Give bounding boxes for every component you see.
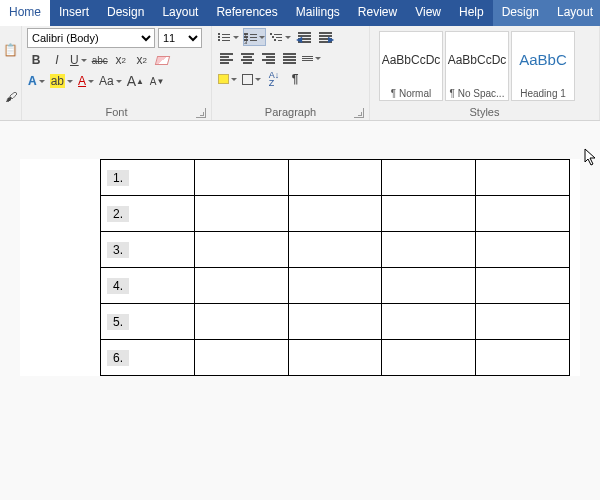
- tab-mailings[interactable]: Mailings: [287, 0, 349, 26]
- align-right-button[interactable]: [259, 49, 277, 67]
- clear-formatting-button[interactable]: [154, 51, 172, 69]
- tab-view[interactable]: View: [406, 0, 450, 26]
- font-group: Calibri (Body) 11 B I U abc x2 x2 A ab A…: [22, 26, 212, 120]
- align-right-icon: [262, 53, 275, 64]
- table-row: 2.: [101, 196, 570, 232]
- paragraph-group: 123 ◀ ▶ A↓Z ¶ Paragraph: [212, 26, 370, 120]
- shrink-font-button[interactable]: A▼: [148, 72, 166, 90]
- font-name-select[interactable]: Calibri (Body): [27, 28, 155, 48]
- clipboard-col: 📋 🖌: [0, 26, 22, 120]
- table-row: 6.: [101, 340, 570, 376]
- tab-help[interactable]: Help: [450, 0, 493, 26]
- borders-button[interactable]: [241, 70, 262, 88]
- tab-insert[interactable]: Insert: [50, 0, 98, 26]
- numbering-icon: 123: [244, 33, 257, 41]
- bold-button[interactable]: B: [27, 51, 45, 69]
- text-effects-button[interactable]: A: [27, 72, 46, 90]
- style-no-spacing[interactable]: AaBbCcDc¶ No Spac...: [445, 31, 509, 101]
- document-area[interactable]: 1. 2. 3. 4. 5. 6.: [0, 121, 600, 500]
- subscript-button[interactable]: x2: [112, 51, 130, 69]
- ribbon-tabs: Home Insert Design Layout References Mai…: [0, 0, 600, 26]
- tab-table-layout[interactable]: Layout: [548, 0, 600, 26]
- italic-button[interactable]: I: [48, 51, 66, 69]
- document-table[interactable]: 1. 2. 3. 4. 5. 6.: [100, 159, 570, 376]
- tab-table-design[interactable]: Design: [493, 0, 548, 26]
- align-center-icon: [241, 53, 254, 64]
- eraser-icon: [155, 56, 170, 65]
- table-row: 5.: [101, 304, 570, 340]
- align-center-button[interactable]: [238, 49, 256, 67]
- align-left-button[interactable]: [217, 49, 235, 67]
- superscript-button[interactable]: x2: [133, 51, 151, 69]
- format-painter-button[interactable]: 🖌: [2, 88, 20, 106]
- table-row: 1.: [101, 160, 570, 196]
- style-heading-1[interactable]: AaBbCHeading 1: [511, 31, 575, 101]
- table-row: 3.: [101, 232, 570, 268]
- shading-button[interactable]: [217, 70, 238, 88]
- paste-button[interactable]: 📋: [2, 41, 20, 59]
- line-spacing-icon: [302, 56, 313, 61]
- ribbon: 📋 🖌 Calibri (Body) 11 B I U abc x2 x2 A …: [0, 26, 600, 121]
- font-color-button[interactable]: A: [77, 72, 95, 90]
- decrease-indent-button[interactable]: ◀: [295, 28, 313, 46]
- show-marks-button[interactable]: ¶: [286, 70, 304, 88]
- multilevel-list-button[interactable]: [269, 28, 292, 46]
- font-group-label: Font: [27, 104, 206, 120]
- styles-group: AaBbCcDc¶ Normal AaBbCcDc¶ No Spac... Aa…: [370, 26, 600, 120]
- table-row: 4.: [101, 268, 570, 304]
- highlight-button[interactable]: ab: [49, 72, 74, 90]
- increase-indent-button[interactable]: ▶: [316, 28, 334, 46]
- sort-button[interactable]: A↓Z: [265, 70, 283, 88]
- paragraph-group-label: Paragraph: [217, 104, 364, 120]
- underline-button[interactable]: U: [69, 51, 88, 69]
- paragraph-dialog-launcher[interactable]: [354, 108, 364, 118]
- sort-icon: A↓Z: [269, 71, 280, 87]
- increase-indent-icon: ▶: [319, 32, 332, 43]
- borders-icon: [242, 74, 253, 85]
- tab-references[interactable]: References: [207, 0, 286, 26]
- styles-group-label: Styles: [375, 104, 594, 120]
- justify-button[interactable]: [280, 49, 298, 67]
- strikethrough-button[interactable]: abc: [91, 51, 109, 69]
- tab-review[interactable]: Review: [349, 0, 406, 26]
- numbering-button[interactable]: 123: [243, 28, 266, 46]
- tab-layout[interactable]: Layout: [153, 0, 207, 26]
- tab-home[interactable]: Home: [0, 0, 50, 26]
- align-left-icon: [220, 53, 233, 64]
- font-dialog-launcher[interactable]: [196, 108, 206, 118]
- justify-icon: [283, 53, 296, 64]
- font-size-select[interactable]: 11: [158, 28, 202, 48]
- bucket-icon: [218, 74, 229, 84]
- bullets-icon: [218, 33, 231, 41]
- tab-design[interactable]: Design: [98, 0, 153, 26]
- decrease-indent-icon: ◀: [298, 32, 311, 43]
- change-case-button[interactable]: Aa: [98, 72, 123, 90]
- bullets-button[interactable]: [217, 28, 240, 46]
- multilevel-icon: [270, 33, 283, 41]
- style-normal[interactable]: AaBbCcDc¶ Normal: [379, 31, 443, 101]
- grow-font-button[interactable]: A▲: [126, 72, 145, 90]
- line-spacing-button[interactable]: [301, 49, 322, 67]
